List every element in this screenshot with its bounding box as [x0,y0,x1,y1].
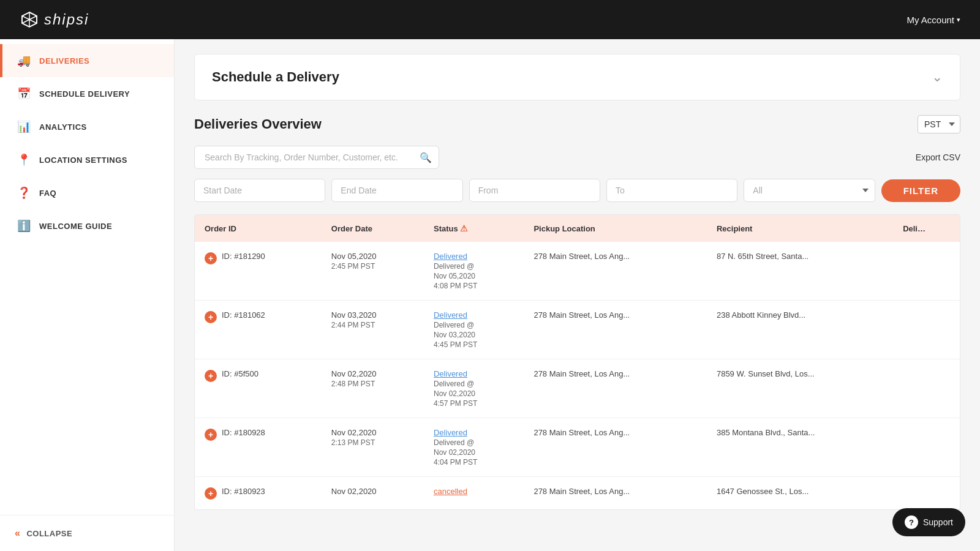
search-input[interactable] [194,146,439,169]
my-account-menu[interactable]: My Account ▾ [907,15,960,25]
status-label-0[interactable]: Delivered [434,252,467,261]
order-id-cell-3: + ID: #180928 [195,418,322,477]
expand-row-icon-2[interactable]: + [205,370,217,382]
pickup-location-3: 278 Main Street, Los Ang... [533,428,630,437]
order-id-text-4: ID: #180923 [222,487,265,496]
order-date-3: Nov 02,2020 [331,428,414,437]
col-pickup-location: Pickup Location [524,215,707,242]
sidebar-item-welcome-guide[interactable]: ℹ️ WELCOME GUIDE [0,209,174,242]
order-date-2: Nov 02,2020 [331,369,414,378]
order-id-text-0: ID: #181290 [222,252,265,261]
welcome-guide-icon: ℹ️ [17,219,31,233]
status-time-2: 4:57 PM PST [434,399,514,408]
recipient-address-3: 385 Montana Blvd., Santa... [717,428,815,437]
my-account-label: My Account [907,15,954,25]
table-row: + ID: #180928 Nov 02,2020 2:13 PM PST De… [195,418,960,477]
status-label-3[interactable]: Delivered [434,428,467,437]
collapse-button[interactable]: « COLLAPSE [15,528,159,539]
filter-button[interactable]: FILTER [881,179,960,202]
my-account-arrow-icon: ▾ [957,16,960,24]
filter-row: All Delivered Cancelled Pending FILTER [194,179,960,202]
delivery-cell-3 [893,418,960,477]
status-label-4[interactable]: cancelled [434,487,467,496]
status-label-1[interactable]: Delivered [434,310,467,320]
recipient-cell-1: 238 Abbott Kinney Blvd... [707,301,893,359]
order-date-1: Nov 03,2020 [331,310,414,320]
collapse-chevron-icon: « [15,528,20,539]
support-icon: ? [905,515,918,529]
sidebar: 🚚 DELIVERIES 📅 SCHEDULE DELIVERY 📊 ANALY… [0,39,175,551]
shipsi-logo-icon [20,10,39,29]
sidebar-item-deliveries[interactable]: 🚚 DELIVERIES [0,44,174,77]
timezone-select[interactable]: PST EST CST MST [918,115,960,133]
order-id-cell-1: + ID: #181062 [195,301,322,359]
status-label-2[interactable]: Delivered [434,369,467,378]
expand-row-icon-3[interactable]: + [205,429,217,441]
status-date-2: Nov 02,2020 [434,389,514,398]
schedule-delivery-icon: 📅 [17,87,31,100]
pickup-location-1: 278 Main Street, Los Ang... [533,310,630,320]
status-sub-0: Delivered @ [434,262,514,271]
order-date-cell-1: Nov 03,2020 2:44 PM PST [322,301,424,359]
order-time-1: 2:44 PM PST [331,321,414,329]
expand-row-icon-0[interactable]: + [205,252,217,264]
logo: shipsi [20,10,89,29]
overview-title: Deliveries Overview [194,116,322,132]
status-sub-1: Delivered @ [434,321,514,329]
delivery-cell-0 [893,242,960,301]
table-row: + ID: #181062 Nov 03,2020 2:44 PM PST De… [195,301,960,359]
col-order-date: Order Date [322,215,424,242]
recipient-address-2: 7859 W. Sunset Blvd, Los... [717,369,815,378]
main-layout: 🚚 DELIVERIES 📅 SCHEDULE DELIVERY 📊 ANALY… [0,39,980,551]
export-csv-button[interactable]: Export CSV [916,152,960,162]
sidebar-item-location-settings[interactable]: 📍 LOCATION SETTINGS [0,143,174,176]
order-date-0: Nov 05,2020 [331,252,414,261]
status-time-1: 4:45 PM PST [434,340,514,349]
order-id-cell-4: + ID: #180923 [195,477,322,510]
sidebar-item-faq[interactable]: ❓ FAQ [0,176,174,209]
status-filter-select[interactable]: All Delivered Cancelled Pending [744,179,875,202]
col-delivery: Deli… [893,215,960,242]
pickup-location-4: 278 Main Street, Los Ang... [533,487,630,496]
order-date-cell-2: Nov 02,2020 2:48 PM PST [322,359,424,418]
sidebar-item-location-label: LOCATION SETTINGS [39,156,127,165]
location-settings-icon: 📍 [17,153,31,167]
logo-text: shipsi [44,11,89,28]
recipient-cell-3: 385 Montana Blvd., Santa... [707,418,893,477]
order-id-cell-0: + ID: #181290 [195,242,322,301]
to-input[interactable] [606,179,737,202]
delivery-cell-4 [893,477,960,510]
sidebar-item-analytics[interactable]: 📊 ANALYTICS [0,110,174,143]
order-id-text-2: ID: #5f500 [222,369,258,378]
status-sub-3: Delivered @ [434,438,514,447]
delivery-cell-2 [893,359,960,418]
end-date-input[interactable] [331,179,462,202]
status-time-0: 4:08 PM PST [434,282,514,290]
recipient-cell-4: 1647 Genossee St., Los... [707,477,893,510]
sidebar-nav: 🚚 DELIVERIES 📅 SCHEDULE DELIVERY 📊 ANALY… [0,39,174,247]
sidebar-item-deliveries-label: DELIVERIES [39,56,89,66]
start-date-input[interactable] [194,179,325,202]
order-date-4: Nov 02,2020 [331,487,414,496]
col-status: Status ⚠ [424,215,524,242]
support-button[interactable]: ? Support [892,508,965,536]
status-alert-icon: ⚠ [460,223,468,233]
schedule-chevron-icon[interactable]: ⌄ [932,69,943,85]
table-row: + ID: #5f500 Nov 02,2020 2:48 PM PST Del… [195,359,960,418]
expand-row-icon-1[interactable]: + [205,311,217,323]
sidebar-bottom: « COLLAPSE [0,515,174,551]
status-date-0: Nov 05,2020 [434,272,514,280]
main-content: Schedule a Delivery ⌄ Deliveries Overvie… [175,39,980,551]
recipient-cell-2: 7859 W. Sunset Blvd, Los... [707,359,893,418]
faq-icon: ❓ [17,186,31,200]
status-cell-3: Delivered Delivered @ Nov 02,2020 4:04 P… [424,418,524,477]
deliveries-icon: 🚚 [17,54,31,67]
schedule-delivery-title: Schedule a Delivery [212,69,339,85]
col-order-id: Order ID [195,215,322,242]
sidebar-item-schedule-delivery[interactable]: 📅 SCHEDULE DELIVERY [0,77,174,110]
pickup-cell-0: 278 Main Street, Los Ang... [524,242,707,301]
from-input[interactable] [469,179,600,202]
table-row: + ID: #180923 Nov 02,2020 cancelled 278 … [195,477,960,510]
expand-row-icon-4[interactable]: + [205,487,217,500]
status-sub-2: Delivered @ [434,380,514,388]
